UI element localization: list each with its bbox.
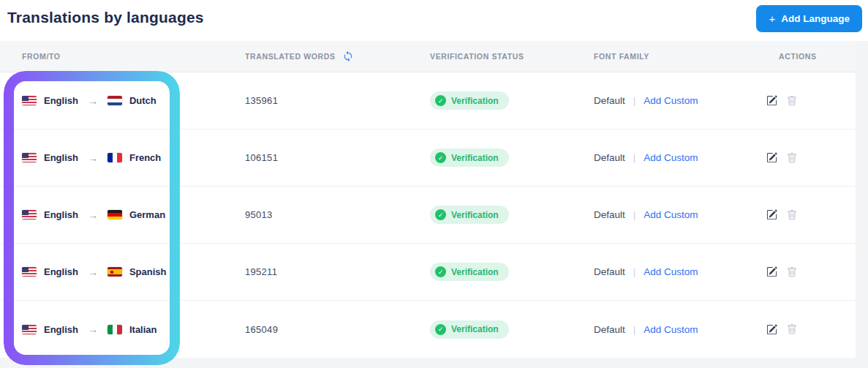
- column-header-verification-status: VERIFICATION STATUS: [430, 52, 594, 61]
- translated-words-value: 135961: [245, 95, 430, 106]
- from-language-label: English: [44, 266, 78, 277]
- add-custom-link[interactable]: Add Custom: [644, 324, 698, 335]
- translated-words-value: 106151: [245, 152, 430, 163]
- column-header-font-family: FONT FAMILY: [594, 52, 761, 61]
- delete-button[interactable]: [787, 153, 797, 163]
- column-header-translated-words: TRANSLATED WORDS: [245, 50, 430, 63]
- font-family-separator: |: [633, 152, 636, 163]
- font-default-label: Default: [594, 324, 625, 335]
- verification-status-label: Verification: [451, 324, 499, 334]
- table-row: English → Italian 165049 ✓ Verification …: [0, 301, 856, 358]
- verification-status-badge: ✓ Verification: [430, 263, 509, 281]
- actions-cell: [761, 266, 868, 277]
- to-language-label: Italian: [129, 324, 157, 335]
- column-header-actions: ACTIONS: [761, 52, 868, 61]
- arrow-right-icon: →: [88, 95, 98, 107]
- edit-button[interactable]: [766, 152, 777, 163]
- font-family-cell: Default | Add Custom: [594, 209, 761, 220]
- check-icon: ✓: [435, 324, 446, 335]
- actions-cell: [761, 324, 868, 335]
- add-language-label: Add Language: [781, 13, 850, 24]
- delete-button[interactable]: [787, 96, 797, 106]
- to-language-label: Dutch: [129, 95, 156, 106]
- arrow-right-icon: →: [88, 209, 98, 221]
- table-row: English → German 95013 ✓ Verification De…: [0, 187, 856, 244]
- verification-status-cell: ✓ Verification: [430, 320, 594, 339]
- from-flag-icon: [22, 210, 37, 219]
- font-default-label: Default: [594, 95, 625, 106]
- from-language-label: English: [44, 95, 78, 106]
- page-title: Translations by languages: [7, 9, 204, 26]
- from-language-label: English: [44, 209, 78, 220]
- verification-status-cell: ✓ Verification: [430, 91, 594, 110]
- add-custom-link[interactable]: Add Custom: [644, 266, 698, 277]
- edit-button[interactable]: [766, 95, 777, 106]
- font-default-label: Default: [594, 266, 625, 277]
- to-flag-icon: [107, 96, 122, 105]
- actions-cell: [761, 152, 868, 163]
- edit-button[interactable]: [766, 324, 777, 335]
- font-default-label: Default: [594, 152, 625, 163]
- add-custom-link[interactable]: Add Custom: [644, 95, 698, 106]
- actions-cell: [761, 209, 868, 220]
- translated-words-value: 195211: [245, 266, 430, 277]
- from-language-label: English: [44, 152, 78, 163]
- check-icon: ✓: [435, 209, 446, 220]
- font-family-separator: |: [633, 266, 636, 277]
- from-to-cell: English → Spanish: [22, 266, 245, 278]
- to-flag-icon: [107, 153, 122, 162]
- translations-table: FROM/TO TRANSLATED WORDS VERIFICATION ST…: [0, 41, 856, 358]
- add-language-button[interactable]: + Add Language: [756, 5, 862, 32]
- page: Translations by languages + Add Language…: [0, 0, 868, 368]
- check-icon: ✓: [435, 266, 446, 277]
- edit-button[interactable]: [766, 209, 777, 220]
- verification-status-badge: ✓ Verification: [430, 320, 509, 339]
- verification-status-cell: ✓ Verification: [430, 263, 594, 281]
- to-language-label: German: [129, 209, 165, 220]
- edit-button[interactable]: [766, 266, 777, 277]
- delete-button[interactable]: [787, 210, 797, 220]
- delete-button[interactable]: [787, 324, 797, 334]
- table-body: English → Dutch 135961 ✓ Verification De…: [0, 72, 856, 358]
- plus-icon: +: [769, 12, 775, 25]
- page-background-right: [856, 41, 868, 368]
- verification-status-label: Verification: [451, 96, 499, 106]
- translated-words-value: 165049: [245, 324, 430, 335]
- verification-status-badge: ✓ Verification: [430, 206, 509, 224]
- from-flag-icon: [22, 96, 37, 105]
- from-language-label: English: [44, 324, 78, 335]
- to-language-label: French: [129, 152, 161, 163]
- font-family-separator: |: [633, 95, 636, 106]
- table-header-row: FROM/TO TRANSLATED WORDS VERIFICATION ST…: [0, 41, 856, 72]
- font-family-separator: |: [633, 324, 636, 335]
- from-flag-icon: [22, 325, 37, 334]
- refresh-icon[interactable]: [342, 50, 355, 63]
- actions-cell: [761, 95, 868, 106]
- arrow-right-icon: →: [88, 266, 98, 278]
- from-to-cell: English → Italian: [22, 323, 245, 335]
- verification-status-label: Verification: [451, 267, 499, 277]
- verification-status-badge: ✓ Verification: [430, 149, 509, 167]
- add-custom-link[interactable]: Add Custom: [644, 209, 698, 220]
- from-to-cell: English → German: [22, 209, 245, 221]
- add-custom-link[interactable]: Add Custom: [644, 152, 698, 163]
- font-family-cell: Default | Add Custom: [594, 152, 761, 163]
- to-flag-icon: [107, 267, 122, 277]
- verification-status-cell: ✓ Verification: [430, 149, 594, 167]
- to-flag-icon: [107, 325, 122, 334]
- delete-button[interactable]: [787, 267, 797, 277]
- verification-status-label: Verification: [451, 210, 499, 220]
- table-row: English → Spanish 195211 ✓ Verification …: [0, 244, 856, 301]
- to-flag-icon: [107, 210, 122, 219]
- to-language-label: Spanish: [129, 266, 167, 277]
- table-row: English → French 106151 ✓ Verification D…: [0, 129, 856, 187]
- table-row: English → Dutch 135961 ✓ Verification De…: [0, 72, 856, 129]
- check-icon: ✓: [435, 95, 446, 106]
- verification-status-badge: ✓ Verification: [430, 91, 509, 110]
- check-icon: ✓: [435, 152, 446, 163]
- from-flag-icon: [22, 267, 37, 277]
- from-to-cell: English → Dutch: [22, 95, 245, 107]
- font-family-separator: |: [633, 209, 636, 220]
- from-flag-icon: [22, 153, 37, 162]
- verification-status-cell: ✓ Verification: [430, 206, 594, 224]
